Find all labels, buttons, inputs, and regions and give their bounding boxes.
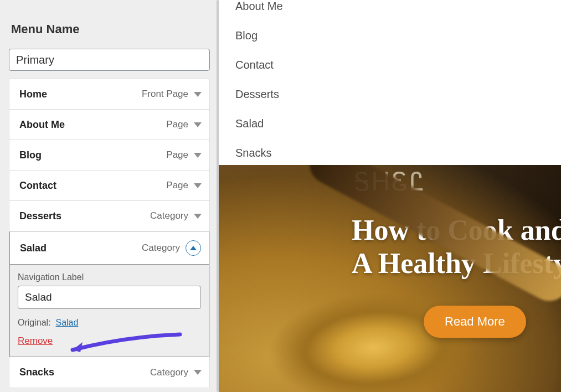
menu-item-blog[interactable]: Blog Page [9,140,209,171]
menu-items-list: Home Front Page About Me Page Blog Page [9,79,210,388]
hero-line-2: A Healthy Lifestyl [352,247,561,280]
menu-item-type: Page [166,180,188,191]
collapse-button[interactable] [186,240,201,256]
menu-item-label: Home [19,89,47,100]
menu-item-type: Category [150,367,188,378]
menu-item-home[interactable]: Home Front Page [9,79,209,110]
menu-item-type: Page [166,119,188,130]
hero-line-1: How to Cook and L [352,214,561,247]
site-preview: About Me Blog Contact Desserts Salad Sna… [219,0,561,392]
menu-item-type: Category [142,243,180,254]
nav-link-about-me[interactable]: About Me [235,0,544,13]
menu-item-contact[interactable]: Contact Page [9,171,209,201]
chevron-up-icon [190,246,197,250]
menu-item-about-me[interactable]: About Me Page [9,110,209,140]
read-more-button[interactable]: Read More [424,306,526,338]
panel-title: Menu Name [9,0,210,49]
menu-item-label: About Me [19,119,65,131]
menu-name-input[interactable] [9,49,210,71]
chevron-down-icon[interactable] [194,370,202,375]
remove-link[interactable]: Remove [18,336,53,346]
menu-item-label: Snacks [19,367,54,378]
navigation-label-heading: Navigation Label [18,272,201,282]
menu-item-snacks[interactable]: Snacks Category [9,357,209,388]
navigation-label-input[interactable] [18,286,201,309]
menu-item-label: Desserts [19,210,61,222]
nav-link-snacks[interactable]: Snacks [235,147,544,159]
site-wordmark: ᎦᎻᏋᏝ [354,167,426,197]
menu-item-type: Page [166,149,188,161]
chevron-down-icon[interactable] [194,92,202,97]
hero-heading: How to Cook and L A Healthy Lifestyl [352,214,561,280]
chevron-down-icon[interactable] [194,214,202,219]
preview-nav: About Me Blog Contact Desserts Salad Sna… [219,0,561,165]
chevron-down-icon[interactable] [194,153,202,158]
menu-item-type: Front Page [142,89,188,100]
chevron-down-icon[interactable] [194,183,202,188]
original-prefix: Original: [18,318,51,327]
menu-item-salad[interactable]: Salad Category [9,231,209,265]
nav-link-blog[interactable]: Blog [235,29,544,42]
menu-item-desserts[interactable]: Desserts Category [9,201,209,231]
hero-section: ᎦᎻᏋᏝ How to Cook and L A Healthy Lifesty… [219,165,561,392]
menu-item-salad-details: Navigation Label Original: Salad Remove [9,265,209,357]
original-link[interactable]: Salad [55,318,78,327]
original-line: Original: Salad [18,318,201,328]
menu-customizer-panel: Menu Name Home Front Page About Me Page … [0,0,219,392]
menu-item-type: Category [150,210,188,221]
menu-item-label: Contact [19,180,56,192]
menu-item-label: Salad [20,243,47,254]
menu-item-label: Blog [19,149,42,161]
nav-link-desserts[interactable]: Desserts [235,88,544,101]
chevron-down-icon[interactable] [194,122,202,127]
nav-link-salad[interactable]: Salad [235,117,544,130]
nav-link-contact[interactable]: Contact [235,59,544,71]
